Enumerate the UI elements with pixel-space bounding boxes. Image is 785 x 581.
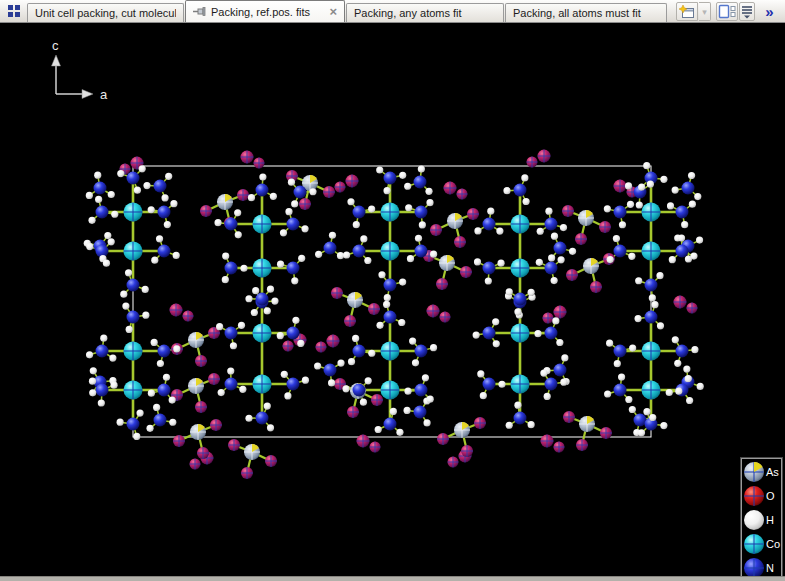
legend-label-h: H [766, 514, 774, 526]
arrange-windows-button[interactable] [716, 2, 738, 21]
application-window: Unit cell packing, cut molecul...Packing… [0, 0, 785, 581]
structure-viewport[interactable]: ca [0, 23, 785, 576]
axis-label-a: a [100, 87, 108, 102]
cobalt-atoms-layer[interactable] [124, 203, 661, 400]
tab-toolbar: ▾ » [676, 2, 782, 21]
tab-packing-all-atoms-must-fit[interactable]: Packing, all atoms must fit [505, 3, 667, 22]
tab-packing-ref-pos-fits[interactable]: Packing, ref.pos. fits× [185, 0, 345, 22]
structure-canvas[interactable]: ca [0, 23, 785, 576]
tab-label: Packing, all atoms must fit [513, 7, 659, 19]
tab-label: Packing, any atoms fit [354, 7, 496, 19]
element-legend: AsOHCoN [741, 458, 782, 581]
axis-label-c: c [52, 38, 59, 53]
tab-packing-any-atoms-fit[interactable]: Packing, any atoms fit [346, 3, 504, 22]
window-layout-icon [718, 4, 736, 19]
tab-label: Unit cell packing, cut molecul... [35, 7, 176, 19]
chevron-down-icon: ▾ [702, 7, 707, 17]
tab-list-button[interactable] [739, 2, 755, 21]
new-window-icon [679, 5, 695, 19]
tab-bar: Unit cell packing, cut molecul...Packing… [0, 0, 785, 23]
legend-label-o: O [766, 490, 775, 502]
legend-item-o: O [742, 484, 781, 508]
co-sphere-icon [743, 533, 765, 555]
axis-triad: ca [52, 38, 109, 102]
tab-grid-button[interactable] [0, 0, 27, 22]
legend-item-as: As [742, 460, 781, 484]
tiles-icon [8, 5, 20, 17]
as-sphere-icon [743, 461, 765, 483]
tab-unit-cell-packing-cut-molecul[interactable]: Unit cell packing, cut molecul... [27, 3, 184, 22]
close-tab-icon[interactable]: × [329, 5, 337, 18]
legend-label-n: N [766, 562, 774, 574]
double-chevron-icon: » [765, 3, 772, 20]
tab-strip: Unit cell packing, cut molecul...Packing… [27, 0, 668, 22]
new-view-dropdown[interactable]: ▾ [699, 2, 711, 21]
tab-label: Packing, ref.pos. fits [211, 6, 323, 18]
legend-item-co: Co [742, 532, 781, 556]
h-sphere-icon [743, 509, 765, 531]
legend-label-co: Co [766, 538, 780, 550]
window-bottom-edge [0, 576, 785, 581]
legend-label-as: As [766, 466, 779, 478]
o-sphere-icon [743, 485, 765, 507]
new-view-button[interactable] [676, 2, 698, 21]
tab-list-icon [741, 4, 753, 19]
pin-icon [193, 6, 206, 17]
overflow-button[interactable]: » [756, 2, 782, 21]
legend-item-h: H [742, 508, 781, 532]
